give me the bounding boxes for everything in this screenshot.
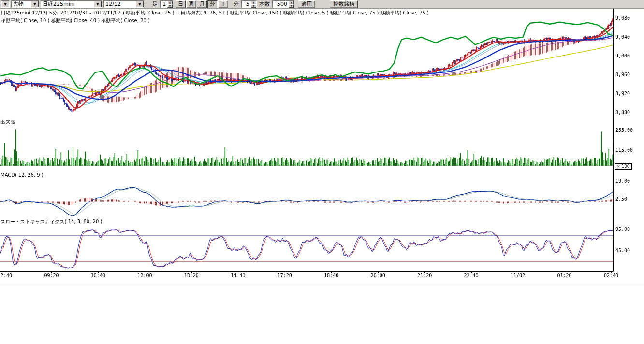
bar-type-label: 足 (151, 0, 159, 8)
chart-canvas[interactable] (0, 0, 644, 344)
macd-axis-tick: 19.00 (615, 178, 630, 184)
period-button-day[interactable]: 日 (176, 0, 186, 8)
stochastics-axis-tick: 95.00 (615, 227, 630, 232)
chevron-down-icon[interactable]: ▼ (31, 1, 39, 7)
price-axis-tick: 9,080 (615, 15, 630, 21)
stochastics-axis-tick: 45.00 (615, 248, 630, 253)
spin-up-glyph: ▲ (169, 1, 171, 4)
price-axis-tick: 8,920 (615, 91, 630, 96)
spin-up-glyph: ▲ (253, 1, 255, 4)
time-axis-label: 02:40 (604, 273, 618, 278)
contract-month-combo[interactable]: 12/12 ▼ (103, 0, 144, 8)
chevron-down-icon[interactable]: ▼ (94, 1, 102, 7)
period-button-group: 日週月分T (176, 0, 228, 8)
time-axis-label: 17:20 (278, 273, 292, 278)
minute-value: 5 (242, 1, 251, 7)
volume-axis-tick: 255.00 (615, 128, 633, 133)
spin-down-glyph: ▼ (253, 5, 255, 7)
period-button-tick[interactable]: T (218, 0, 228, 8)
spin-up-icon[interactable]: ▲ (289, 1, 294, 4)
spin-up-glyph: ▲ (291, 1, 293, 4)
apply-button[interactable]: 適用 (298, 0, 315, 8)
time-axis-label: 10:40 (91, 273, 105, 278)
chevron-glyph: ▼ (33, 2, 36, 6)
instrument-type-combo[interactable]: 先物 ▼ (11, 0, 39, 8)
bar-interval-value: 1 (161, 1, 167, 7)
time-axis-label: 11/02 (511, 273, 525, 278)
bar-count-value: 500 (273, 1, 289, 7)
chart-title-line1: 日経225mini 12/12( 5分, 2012/10/31 - 2012/1… (1, 10, 429, 16)
period-button-minute[interactable]: 分 (207, 0, 218, 8)
minute-label: 分 (233, 0, 240, 8)
volume-unit-badge: × 100 (615, 163, 632, 170)
volume-panel-label: 出来高 (0, 119, 15, 126)
contract-month-value: 12/12 (104, 1, 136, 7)
macd-panel-label: MACD( 12, 26, 9 ) (0, 172, 44, 178)
time-axis-label: 12:00 (137, 273, 152, 278)
chevron-down-icon[interactable]: ▼ (136, 1, 144, 7)
spin-up-icon[interactable]: ▲ (167, 1, 173, 4)
symbol-combo[interactable]: 日経225mini ▼ (41, 0, 102, 8)
multi-symbol-button[interactable]: 複数銘柄 (330, 0, 358, 8)
symbol-value: 日経225mini (41, 1, 94, 7)
instrument-type-value: 先物 (12, 1, 31, 7)
volume-axis-tick: 115.00 (615, 147, 633, 153)
time-axis-label: 13:20 (184, 273, 199, 278)
minute-spinner[interactable]: 5 ▲ ▼ (241, 0, 257, 8)
macd-axis-tick: 2.50 (615, 196, 627, 201)
narrow-combo[interactable]: ▼ (1, 0, 10, 8)
period-button-month[interactable]: 月 (197, 0, 207, 8)
time-axis-label: 21:20 (417, 273, 432, 278)
chart-title-line2: 移動平均( Close, 10 ) 移動平均( Close, 40 ) 移動平均… (1, 17, 150, 24)
chevron-glyph: ▼ (138, 2, 141, 6)
price-axis-tick: 9,040 (615, 34, 630, 40)
time-axis-label: 20:00 (371, 273, 385, 278)
chevron-glyph: ▼ (4, 2, 6, 6)
spin-down-icon[interactable]: ▼ (167, 4, 173, 8)
price-axis-tick: 8,960 (615, 72, 630, 77)
time-axis-label: 01:20 (557, 273, 571, 278)
price-axis-tick: 9,000 (615, 53, 630, 58)
time-axis-label: 22:40 (464, 273, 479, 278)
spin-down-icon[interactable]: ▼ (289, 4, 294, 8)
time-axis-label: 09:20 (44, 273, 59, 278)
bar-count-spinner[interactable]: 500 ▲ ▼ (272, 0, 294, 8)
bar-interval-spinner[interactable]: 1 ▲ ▼ (160, 0, 173, 8)
time-axis-label: 18:40 (324, 273, 338, 278)
trading-chart-app: ▼ 先物 ▼ 日経225mini ▼ 12/12 ▼ 足 1 ▲ ▼ 日週月分T… (0, 0, 644, 344)
spin-down-glyph: ▼ (291, 5, 293, 7)
stochastics-panel-label: スロー・ストキャスティクス( 14, 3, 80, 20 ) (0, 218, 102, 225)
price-axis-tick: 8,880 (615, 110, 630, 115)
time-axis-label: 02:40 (0, 273, 12, 278)
spin-up-icon[interactable]: ▲ (251, 1, 256, 4)
bar-count-label: 本数 (258, 0, 271, 8)
spin-down-icon[interactable]: ▼ (251, 4, 256, 8)
chevron-down-icon[interactable]: ▼ (1, 1, 9, 7)
spin-down-glyph: ▼ (169, 5, 171, 7)
toolbar: ▼ 先物 ▼ 日経225mini ▼ 12/12 ▼ 足 1 ▲ ▼ 日週月分T… (0, 0, 644, 9)
period-button-week[interactable]: 週 (186, 0, 196, 8)
chevron-glyph: ▼ (96, 2, 99, 6)
time-axis-label: 14:40 (231, 273, 245, 278)
